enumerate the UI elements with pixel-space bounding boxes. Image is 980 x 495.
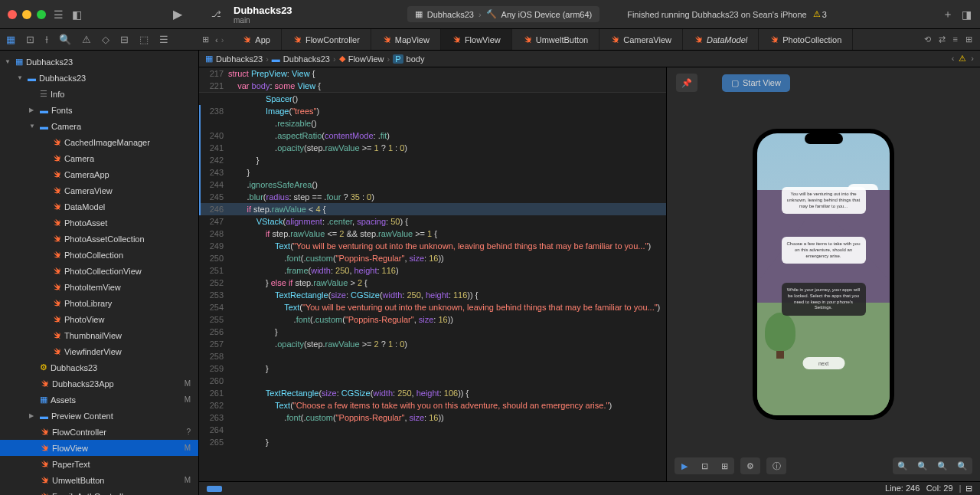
preview-screen[interactable]: You will be venturing out into the unkno…: [757, 133, 890, 415]
navigator-source-icon[interactable]: ⊡: [26, 34, 34, 45]
project-navigator[interactable]: ▼ ▦ Dubhacks23 ▼▬Dubhacks23☰Info▶▬Fonts▼…: [0, 51, 199, 495]
device-settings-button[interactable]: ⚙: [740, 457, 760, 474]
tab-mapview[interactable]: MapView: [371, 29, 441, 50]
plus-icon[interactable]: ＋: [942, 8, 954, 21]
tree-item-dubhacks23[interactable]: ▼▬Dubhacks23: [0, 70, 198, 86]
tree-item-thumbnailview[interactable]: ThumbnailView: [0, 327, 198, 343]
chevron-down-icon[interactable]: ▼: [5, 58, 12, 65]
minimize-window[interactable]: [22, 10, 31, 19]
chevron-icon[interactable]: ▶: [29, 107, 37, 113]
tree-item-fonts[interactable]: ▶▬Fonts: [0, 102, 198, 118]
code-line[interactable]: 241 .opacity(step.rawValue >= 1 ? 1 : 0): [199, 142, 666, 154]
tree-item-datamodel[interactable]: DataModel: [0, 198, 198, 215]
sidebar-toggle-icon[interactable]: ☰: [52, 8, 64, 21]
fullscreen-window[interactable]: [37, 10, 46, 19]
tree-item-familyauthcontroller[interactable]: FamilyAuthController: [0, 488, 198, 495]
crumb[interactable]: Dubhacks23: [283, 54, 330, 64]
code-line[interactable]: 242 }: [199, 154, 666, 166]
tree-item-flowcontroller[interactable]: FlowController?: [0, 424, 198, 440]
code-line[interactable]: 251 .frame(width: 250, height: 116): [199, 264, 666, 277]
navigator-debug-icon[interactable]: ⊟: [120, 34, 129, 45]
code-editor[interactable]: 217struct PrepView: View {221 var body: …: [199, 67, 666, 481]
zoom-in-icon[interactable]: 🔍: [952, 457, 972, 474]
tree-item-photocollectionview[interactable]: PhotoCollectionView: [0, 263, 198, 279]
code-line[interactable]: 255 .font(.custom("Poppins-Regular", siz…: [199, 313, 666, 326]
tab-app[interactable]: App: [231, 29, 282, 50]
tree-item-cachedimagemanager[interactable]: CachedImageManager: [0, 134, 198, 150]
tree-item-viewfinderview[interactable]: ViewfinderView: [0, 343, 198, 359]
navigator-breakpoints-icon[interactable]: ⬚: [139, 34, 149, 45]
zoom-fit-icon[interactable]: 🔍: [913, 457, 933, 474]
tree-item-camera[interactable]: Camera: [0, 150, 198, 166]
code-line[interactable]: 257 .opacity(step.rawValue >= 2 ? 1 : 0): [199, 338, 666, 350]
tree-item-photocollection[interactable]: PhotoCollection: [0, 247, 198, 263]
start-preview-button[interactable]: ▢ Start View: [722, 74, 790, 92]
back-icon[interactable]: ‹: [215, 35, 218, 44]
navigator-find-icon[interactable]: 🔍: [59, 34, 71, 45]
code-line[interactable]: 246 if step.rawValue < 4 {: [199, 203, 666, 215]
tab-photocollection[interactable]: PhotoCollection: [759, 29, 853, 50]
crumb[interactable]: body: [407, 54, 425, 64]
tab-flowcontroller[interactable]: FlowController: [282, 29, 371, 50]
run-icon[interactable]: ▶: [172, 8, 184, 21]
code-line[interactable]: 252 } else if step.rawValue > 2 {: [199, 277, 666, 289]
tree-root[interactable]: ▼ ▦ Dubhacks23: [0, 54, 198, 70]
close-window[interactable]: [8, 10, 17, 19]
code-line[interactable]: 240 .aspectRatio(contentMode: .fit): [199, 129, 666, 142]
tree-item-papertext[interactable]: PaperText: [0, 456, 198, 472]
status-indicator[interactable]: [207, 486, 222, 492]
code-line[interactable]: 244 .ignoresSafeArea(): [199, 179, 666, 191]
code-line[interactable]: 265 }: [199, 436, 666, 448]
code-line[interactable]: 262 Text("Choose a few items to take wit…: [199, 399, 666, 411]
zoom-100-icon[interactable]: 🔍: [933, 457, 952, 474]
tab-flowview[interactable]: FlowView: [441, 29, 512, 50]
adjust-icon[interactable]: ⇄: [939, 34, 946, 44]
code-line[interactable]: 245 .blur(radius: step == .four ? 35 : 0…: [199, 191, 666, 203]
crumb[interactable]: Dubhacks23: [216, 54, 263, 64]
live-button[interactable]: ▶: [675, 457, 694, 474]
code-line[interactable]: 260: [199, 375, 666, 387]
tree-item-camera[interactable]: ▼▬Camera: [0, 118, 198, 134]
tab-cameraview[interactable]: CameraView: [599, 29, 683, 50]
pin-button[interactable]: 📌: [676, 74, 697, 92]
navigator-project-icon[interactable]: ▦: [6, 34, 15, 45]
navigator-tests-icon[interactable]: ◇: [102, 34, 109, 45]
chevron-icon[interactable]: ▼: [29, 123, 37, 129]
code-line[interactable]: 256 }: [199, 326, 666, 338]
code-line[interactable]: 258: [199, 350, 666, 362]
code-line[interactable]: 261 TextRectangle(size: CGSize(width: 25…: [199, 387, 666, 399]
jump-bar[interactable]: ▦ Dubhacks23 › ▬ Dubhacks23 › ◆ FlowView…: [199, 51, 980, 67]
code-line[interactable]: 249 Text("You will be venturing out into…: [199, 240, 666, 252]
navigator-reports-icon[interactable]: ☰: [159, 34, 168, 45]
zoom-out-icon[interactable]: 🔍: [893, 457, 913, 474]
tree-item-info[interactable]: ☰Info: [0, 86, 198, 102]
tree-item-photolibrary[interactable]: PhotoLibrary: [0, 295, 198, 311]
crumb[interactable]: FlowView: [348, 54, 384, 64]
code-line[interactable]: 238 Image("trees"): [199, 105, 666, 117]
sidebar-right-icon[interactable]: ◧: [70, 8, 83, 21]
chevron-icon[interactable]: ▼: [17, 74, 24, 81]
forward-icon[interactable]: ›: [221, 35, 224, 44]
code-line[interactable]: 253 TextRectangle(size: CGSize(width: 25…: [199, 289, 666, 301]
related-items-icon[interactable]: ⊞: [202, 34, 209, 44]
code-line[interactable]: Spacer(): [199, 93, 666, 105]
tree-item-photoassetcollection[interactable]: PhotoAssetCollection: [0, 231, 198, 247]
warning-icon[interactable]: ⚠: [959, 54, 966, 64]
library-icon[interactable]: ◨: [960, 8, 972, 21]
chevron-icon[interactable]: ▶: [29, 412, 37, 419]
code-line[interactable]: 254 Text("You will be venturing out into…: [199, 301, 666, 313]
code-line[interactable]: 264: [199, 424, 666, 436]
tree-item-preview content[interactable]: ▶▬Preview Content: [0, 408, 198, 424]
split-icon[interactable]: ⊞: [965, 34, 972, 44]
tree-item-flowview[interactable]: FlowViewM: [0, 440, 198, 456]
code-line[interactable]: 263 .font(.custom("Poppins-Regular", siz…: [199, 411, 666, 424]
code-line[interactable]: .resizable(): [199, 117, 666, 129]
navigator-issues-icon[interactable]: ⚠: [82, 34, 91, 45]
reload-icon[interactable]: ⟲: [924, 34, 931, 44]
tree-item-photoview[interactable]: PhotoView: [0, 311, 198, 327]
code-line[interactable]: 248 if step.rawValue <= 2 && step.rawVal…: [199, 228, 666, 240]
list-icon[interactable]: ≡: [953, 34, 958, 44]
variants-button[interactable]: ⊞: [714, 457, 734, 474]
tree-item-assets[interactable]: ▦AssetsM: [0, 392, 198, 408]
navigator-symbols-icon[interactable]: ⫲: [45, 34, 48, 46]
